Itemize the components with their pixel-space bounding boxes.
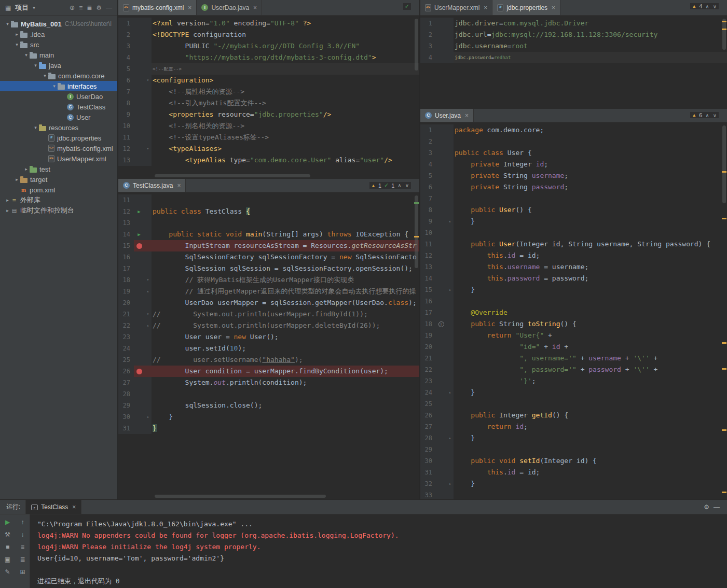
code-line[interactable]: 2jdbc.url=jdbc:mysql://192.168.11.128:33… bbox=[420, 29, 727, 40]
code-line[interactable]: 31 this.id = id; bbox=[420, 467, 727, 478]
code-line[interactable]: 27 return id; bbox=[420, 421, 727, 432]
code-line[interactable]: 3jdbc.username=root bbox=[420, 40, 727, 52]
code-line[interactable]: 32▴ } bbox=[420, 478, 727, 489]
code-line[interactable]: 14▶ public static void main(String[] arg… bbox=[118, 229, 419, 240]
run-icon[interactable]: ▶ bbox=[134, 206, 144, 217]
code-line[interactable]: 33 bbox=[420, 489, 727, 499]
line-number[interactable]: 12 bbox=[118, 143, 134, 155]
tree-item-interfaces[interactable]: ▾interfaces bbox=[0, 81, 117, 91]
fold-icon[interactable]: ▴ bbox=[446, 432, 454, 444]
line-number[interactable]: 23 bbox=[118, 331, 134, 343]
chevron-icon[interactable]: ▾ bbox=[4, 21, 11, 26]
code-line[interactable]: 4jdbc.password=redhat bbox=[420, 52, 727, 63]
line-number[interactable]: 20 bbox=[118, 297, 134, 309]
tree-item-usermapper.xml[interactable]: UserMapper.xml bbox=[0, 153, 117, 164]
code-line[interactable]: 22▴// System.out.println(userMapper.dele… bbox=[118, 320, 419, 331]
chevron-icon[interactable]: ▸ bbox=[13, 177, 20, 182]
line-number[interactable]: 8 bbox=[118, 97, 134, 109]
line-number[interactable]: 10 bbox=[118, 120, 134, 132]
close-icon[interactable]: × bbox=[465, 112, 469, 119]
line-number[interactable]: 30 bbox=[420, 455, 436, 467]
chevron-icon[interactable]: ▾ bbox=[23, 52, 30, 58]
soft-wrap-icon[interactable]: ≡ bbox=[18, 542, 28, 552]
settings-icon[interactable]: ⚙ bbox=[94, 4, 104, 11]
tree-item-resources[interactable]: ▾resources bbox=[0, 122, 117, 133]
code-line[interactable]: 7 bbox=[420, 193, 727, 204]
code-line[interactable]: 1<?xml version="1.0" encoding="UTF-8" ?> bbox=[118, 18, 419, 29]
line-number[interactable]: 2 bbox=[420, 29, 436, 40]
console-tab-testclass[interactable]: TestClass × bbox=[25, 500, 81, 514]
line-number[interactable]: 17 bbox=[420, 307, 436, 318]
tree-item-userdao[interactable]: UserDao bbox=[0, 91, 117, 102]
tree-item-test[interactable]: ▸test bbox=[0, 164, 117, 174]
chevron-icon[interactable]: ▸ bbox=[23, 166, 30, 172]
prev-item-icon[interactable]: ∧ bbox=[705, 4, 709, 9]
line-number[interactable]: 16 bbox=[118, 251, 134, 263]
line-number[interactable]: 32 bbox=[420, 478, 436, 489]
line-number[interactable]: 6 bbox=[420, 181, 436, 193]
line-number[interactable]: 21 bbox=[118, 309, 134, 320]
locate-icon[interactable]: ⊕ bbox=[67, 4, 77, 11]
code-line[interactable]: 4 "https://mybatis.org/dtd/mybatis-3-con… bbox=[118, 52, 419, 63]
close-icon[interactable]: × bbox=[177, 182, 181, 189]
code-line[interactable]: 9 <properties resource="jdbc.properties"… bbox=[118, 109, 419, 120]
tab-userdao.java[interactable]: UserDao.java× bbox=[197, 0, 262, 15]
vertical-scrollbar[interactable] bbox=[415, 195, 418, 268]
snapshot-icon[interactable]: ▣ bbox=[3, 555, 12, 564]
close-icon[interactable]: × bbox=[72, 503, 76, 511]
line-number[interactable]: 18 bbox=[118, 274, 134, 286]
chevron-icon[interactable]: ▸ bbox=[13, 32, 20, 37]
line-number[interactable]: 11 bbox=[118, 194, 134, 206]
line-number[interactable]: 14 bbox=[118, 229, 134, 240]
code-line[interactable]: 8 public User() { bbox=[420, 204, 727, 216]
code-line[interactable]: 4 private Integer id; bbox=[420, 159, 727, 170]
line-number[interactable]: 20 bbox=[420, 341, 436, 353]
fold-icon[interactable]: ▾ bbox=[144, 143, 152, 155]
chevron-icon[interactable]: ▸ bbox=[4, 198, 11, 203]
tab-user.java[interactable]: User.java× bbox=[420, 109, 474, 122]
error-stripe-mark[interactable] bbox=[722, 21, 726, 22]
line-number[interactable]: 2 bbox=[118, 29, 134, 40]
close-icon[interactable]: × bbox=[253, 4, 257, 11]
tab-mybatis-config.xml[interactable]: mybatis-config.xml× bbox=[118, 0, 197, 15]
line-number[interactable]: 27 bbox=[118, 377, 134, 388]
line-number[interactable]: 3 bbox=[118, 40, 134, 52]
vertical-scrollbar[interactable] bbox=[722, 19, 726, 50]
code-line[interactable]: 10 bbox=[420, 227, 727, 239]
line-number[interactable]: 1 bbox=[118, 18, 134, 29]
code-line[interactable]: 20 UserDao userMapper = sqlSession.getMa… bbox=[118, 297, 419, 309]
warning-icon[interactable]: ▲ bbox=[692, 4, 696, 9]
error-stripe-mark[interactable] bbox=[414, 202, 419, 204]
code-line[interactable]: 12 this.id = id; bbox=[420, 250, 727, 261]
line-number[interactable]: 31 bbox=[118, 423, 134, 434]
tree-item-java[interactable]: ▾java bbox=[0, 60, 117, 71]
next-item-icon[interactable]: ∨ bbox=[712, 113, 717, 118]
code-line[interactable]: 20 "id=" + id + bbox=[420, 341, 727, 353]
scroll-down-icon[interactable]: ↓ bbox=[18, 530, 28, 539]
line-number[interactable]: 29 bbox=[118, 400, 134, 411]
code-line[interactable]: 22 ", password='" + password + '\'' + bbox=[420, 364, 727, 375]
hide-panel-icon[interactable]: — bbox=[104, 4, 114, 11]
rerun-icon[interactable]: ▶ bbox=[3, 517, 12, 527]
code-line[interactable]: 18▾ // 获得MyBatis框架生成的UserMapper接口的实现类 bbox=[118, 274, 419, 286]
console-output[interactable]: "C:\Program Files\Java\jdk1.8.0_162\bin\… bbox=[30, 514, 727, 588]
line-number[interactable]: 21 bbox=[420, 353, 436, 364]
line-number[interactable]: 24 bbox=[118, 343, 134, 354]
code-line[interactable]: 12▶public class TestClass { bbox=[118, 206, 419, 217]
project-view-icon[interactable]: ▦ bbox=[3, 4, 13, 11]
chevron-icon[interactable]: ▾ bbox=[51, 83, 58, 89]
code-line[interactable]: 11 public User(Integer id, String userna… bbox=[420, 239, 727, 250]
code-line[interactable]: 24 user.setId(10); bbox=[118, 343, 419, 354]
line-number[interactable]: 13 bbox=[118, 155, 134, 166]
error-stripe-mark[interactable] bbox=[722, 368, 726, 370]
prev-item-icon[interactable]: ∧ bbox=[397, 183, 402, 188]
line-number[interactable]: 11 bbox=[420, 239, 436, 250]
clear-icon[interactable]: ✎ bbox=[3, 567, 12, 577]
error-stripe-mark[interactable] bbox=[722, 492, 726, 493]
tree-item-src[interactable]: ▾src bbox=[0, 39, 117, 50]
code-line[interactable]: 24▴ } bbox=[420, 387, 727, 398]
line-number[interactable]: 5 bbox=[420, 170, 436, 181]
line-number[interactable]: 26 bbox=[118, 366, 134, 377]
horizontal-scrollbar[interactable] bbox=[155, 174, 310, 177]
line-number[interactable]: 12 bbox=[420, 250, 436, 261]
